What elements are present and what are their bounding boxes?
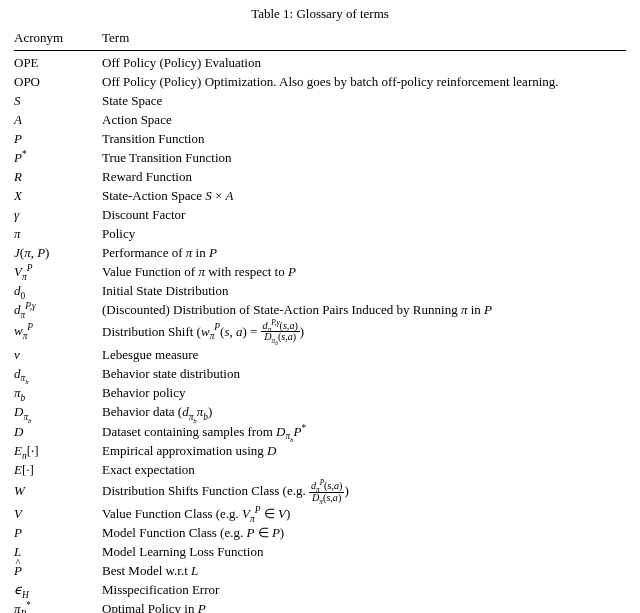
table-row: πPolicy xyxy=(14,224,626,243)
table-row: dπP,γ(Discounted) Distribution of State-… xyxy=(14,300,626,319)
table-row: νLebesgue measure xyxy=(14,345,626,364)
acronym-cell: Dπb xyxy=(14,403,102,422)
acronym-cell: D xyxy=(14,422,102,441)
term-cell: Initial State Distribution xyxy=(102,281,626,300)
term-cell: Optimal Policy in P xyxy=(102,600,626,613)
acronym-cell: OPO xyxy=(14,72,102,91)
term-cell: Off Policy (Policy) Optimization. Also g… xyxy=(102,72,626,91)
term-cell: Value Function of π with respect to P xyxy=(102,262,626,281)
acronym-cell: d0 xyxy=(14,281,102,300)
acronym-cell: V xyxy=(14,505,102,524)
term-cell: Performance of π in P xyxy=(102,243,626,262)
table-row: P*True Transition Function xyxy=(14,148,626,167)
acronym-cell: R xyxy=(14,167,102,186)
table-caption: Table 1: Glossary of terms xyxy=(0,6,640,22)
term-cell: Policy xyxy=(102,224,626,243)
term-cell: Off Policy (Policy) Evaluation xyxy=(102,53,626,72)
acronym-cell: X xyxy=(14,186,102,205)
table-row: LModel Learning Loss Function xyxy=(14,543,626,562)
acronym-cell: OPE xyxy=(14,53,102,72)
table-row: OPEOff Policy (Policy) Evaluation xyxy=(14,53,626,72)
table-row: PTransition Function xyxy=(14,129,626,148)
acronym-cell: wπP xyxy=(14,319,102,345)
term-cell: Distribution Shifts Function Class (e.g.… xyxy=(102,479,626,504)
acronym-cell: W xyxy=(14,479,102,504)
acronym-cell: π xyxy=(14,224,102,243)
header-acronym: Acronym xyxy=(14,26,102,51)
table-row: πbBehavior policy xyxy=(14,384,626,403)
acronym-cell: ϵH xyxy=(14,581,102,600)
table-row: VπPValue Function of π with respect to P xyxy=(14,262,626,281)
term-cell: (Discounted) Distribution of State-Actio… xyxy=(102,300,626,319)
acronym-cell: dπb xyxy=(14,364,102,383)
table-row: wπPDistribution Shift (wπP(s, a) = dπP,γ… xyxy=(14,319,626,345)
acronym-cell: S xyxy=(14,91,102,110)
table-row: d0Initial State Distribution xyxy=(14,281,626,300)
term-cell: State-Action Space S × A xyxy=(102,186,626,205)
term-cell: Empirical approximation using D xyxy=(102,441,626,460)
acronym-cell: P* xyxy=(14,148,102,167)
term-cell: Model Learning Loss Function xyxy=(102,543,626,562)
acronym-cell: En[·] xyxy=(14,441,102,460)
table-row: RReward Function xyxy=(14,167,626,186)
table-row: J(π, P)Performance of π in P xyxy=(14,243,626,262)
acronym-cell: P xyxy=(14,524,102,543)
acronym-cell: γ xyxy=(14,205,102,224)
header-term: Term xyxy=(102,26,626,51)
term-cell: Misspecification Error xyxy=(102,581,626,600)
table-row: OPOOff Policy (Policy) Optimization. Als… xyxy=(14,72,626,91)
table-row: DπbBehavior data (dπbπb) xyxy=(14,403,626,422)
acronym-cell: A xyxy=(14,110,102,129)
table-row: VValue Function Class (e.g. VπP ∈ V) xyxy=(14,505,626,524)
term-cell: Reward Function xyxy=(102,167,626,186)
term-cell: Behavior state distribution xyxy=(102,364,626,383)
acronym-cell: P xyxy=(14,129,102,148)
term-cell: Lebesgue measure xyxy=(102,345,626,364)
term-cell: Transition Function xyxy=(102,129,626,148)
acronym-cell: J(π, P) xyxy=(14,243,102,262)
table-row: SState Space xyxy=(14,91,626,110)
header-row: Acronym Term xyxy=(14,26,626,51)
term-cell: Discount Factor xyxy=(102,205,626,224)
term-cell: State Space xyxy=(102,91,626,110)
acronym-cell: πb xyxy=(14,384,102,403)
table-row: PModel Function Class (e.g. P ∈ P) xyxy=(14,524,626,543)
term-cell: Distribution Shift (wπP(s, a) = dπP,γ(s,… xyxy=(102,319,626,345)
term-cell: Behavior policy xyxy=(102,384,626,403)
term-cell: Exact expectation xyxy=(102,460,626,479)
table-row: dπbBehavior state distribution xyxy=(14,364,626,383)
table-row: WDistribution Shifts Function Class (e.g… xyxy=(14,479,626,504)
acronym-cell: P xyxy=(14,562,102,581)
acronym-cell: πP* xyxy=(14,600,102,613)
table-row: PBest Model w.r.t L xyxy=(14,562,626,581)
table-row: En[·]Empirical approximation using D xyxy=(14,441,626,460)
term-cell: True Transition Function xyxy=(102,148,626,167)
acronym-cell: L xyxy=(14,543,102,562)
term-cell: Best Model w.r.t L xyxy=(102,562,626,581)
term-cell: Behavior data (dπbπb) xyxy=(102,403,626,422)
acronym-cell: VπP xyxy=(14,262,102,281)
table-row: AAction Space xyxy=(14,110,626,129)
term-cell: Model Function Class (e.g. P ∈ P) xyxy=(102,524,626,543)
acronym-cell: E[·] xyxy=(14,460,102,479)
acronym-cell: ν xyxy=(14,345,102,364)
glossary-table: Acronym Term OPEOff Policy (Policy) Eval… xyxy=(14,26,626,613)
table-row: πP*Optimal Policy in P xyxy=(14,600,626,613)
term-cell: Action Space xyxy=(102,110,626,129)
table-row: XState-Action Space S × A xyxy=(14,186,626,205)
term-cell: Dataset containing samples from DπbP* xyxy=(102,422,626,441)
table-row: γDiscount Factor xyxy=(14,205,626,224)
acronym-cell: dπP,γ xyxy=(14,300,102,319)
term-cell: Value Function Class (e.g. VπP ∈ V) xyxy=(102,505,626,524)
table-row: ϵHMisspecification Error xyxy=(14,581,626,600)
table-row: DDataset containing samples from DπbP* xyxy=(14,422,626,441)
